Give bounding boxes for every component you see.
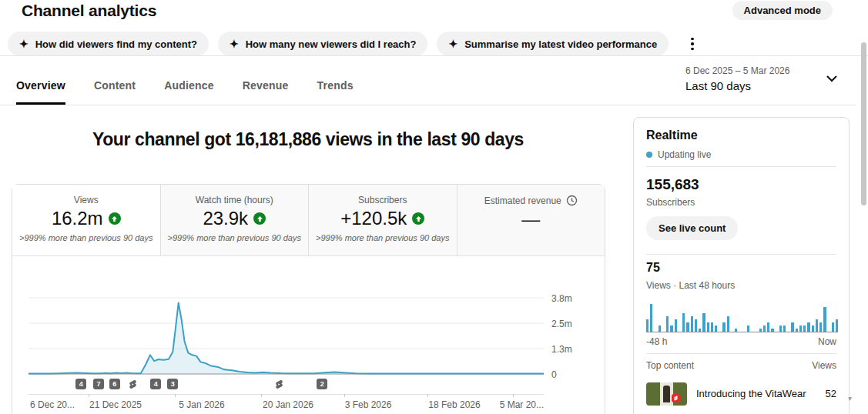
see-live-count-button[interactable]: See live count — [646, 216, 738, 240]
subscribers-label: Subscribers — [646, 197, 695, 208]
realtime-bar — [759, 329, 762, 332]
chip-summarise-performance[interactable]: ✦ Summarise my latest video performance — [437, 32, 669, 56]
x-tick-label: 18 Feb 2026 — [428, 399, 480, 410]
metric-estimated-revenue[interactable]: Estimated revenue — — [457, 185, 605, 255]
views-headline: Your channel got 16,181,886 views in the… — [0, 129, 616, 150]
chip-label: Summarise my latest video performance — [464, 38, 657, 50]
page-title: Channel analytics — [22, 2, 156, 20]
realtime-bar — [686, 322, 689, 332]
sparkle-icon: ✦ — [19, 38, 28, 49]
y-tick-label: 0 — [551, 369, 598, 380]
analytics-tabbar: Overview Content Audience Revenue Trends… — [0, 56, 856, 105]
shorts-publish-marker[interactable] — [274, 379, 285, 389]
realtime-bar — [799, 326, 802, 332]
range-start-label: -48 h — [646, 336, 667, 347]
scroll-down-indicator: ▾ — [848, 394, 852, 402]
x-axis-line — [28, 394, 544, 395]
realtime-bar-chart — [646, 301, 838, 332]
chevron-down-icon[interactable] — [826, 75, 838, 82]
realtime-bar — [702, 313, 705, 332]
realtime-bar — [791, 322, 793, 332]
realtime-bar — [711, 322, 713, 332]
date-range-picker[interactable]: 6 Dec 2025 – 5 Mar 2026 Last 90 days — [685, 65, 789, 92]
sparkle-icon: ✦ — [448, 38, 457, 49]
realtime-bar — [796, 329, 798, 332]
top-content-views-header: Views — [812, 360, 836, 371]
tab-content[interactable]: Content — [94, 79, 136, 105]
x-tick-label: 21 Dec 2025 — [89, 399, 142, 410]
shorts-badge-icon — [672, 394, 680, 402]
video-publish-marker[interactable]: 4 — [75, 379, 86, 389]
realtime-bar — [675, 319, 677, 332]
metric-label: Estimated revenue — [484, 195, 561, 206]
realtime-bar — [803, 326, 806, 332]
metric-subtitle: >999% more than previous 90 days — [309, 233, 457, 242]
video-publish-marker[interactable]: 3 — [167, 379, 178, 389]
tab-audience[interactable]: Audience — [164, 79, 214, 105]
video-publish-marker[interactable]: 6 — [109, 379, 120, 389]
video-thumbnail[interactable] — [646, 382, 687, 406]
updating-live-status: Updating live — [646, 149, 711, 160]
realtime-bar — [691, 316, 693, 332]
x-tick-label: 6 Dec 20... — [30, 399, 75, 410]
x-axis-tick — [513, 394, 514, 397]
x-tick-label: 20 Jan 2026 — [263, 399, 313, 410]
metric-value: +120.5k — [340, 208, 407, 229]
x-axis-tick — [89, 394, 89, 397]
realtime-bar — [816, 319, 818, 332]
realtime-bar — [650, 304, 652, 332]
realtime-title: Realtime — [646, 129, 698, 142]
realtime-bar — [832, 322, 834, 332]
channel-analytics-page: Channel analytics Advanced mode ✦ How di… — [0, 0, 868, 414]
sparkle-icon: ✦ — [230, 38, 239, 49]
realtime-bar — [699, 329, 701, 332]
realtime-bar — [783, 326, 786, 332]
scrollbar-thumb[interactable] — [861, 42, 866, 205]
top-content-item-title[interactable]: Introducing the VitaWear S... — [696, 388, 808, 399]
shorts-publish-marker[interactable] — [128, 379, 139, 389]
tab-revenue[interactable]: Revenue — [243, 79, 289, 105]
ai-suggestion-chips: ✦ How did viewers find my content? ✦ How… — [8, 32, 701, 56]
video-publish-marker[interactable]: 4 — [150, 379, 161, 389]
more-options-icon[interactable] — [684, 35, 701, 52]
tab-trends[interactable]: Trends — [317, 79, 354, 105]
divider — [646, 166, 836, 167]
realtime-bar — [771, 329, 773, 332]
realtime-bar — [722, 322, 725, 332]
chip-how-did-viewers-find[interactable]: ✦ How did viewers find my content? — [8, 32, 209, 56]
realtime-bar — [747, 326, 749, 332]
views-line-chart — [28, 290, 544, 379]
top-content-label: Top content — [646, 360, 694, 371]
tab-overview[interactable]: Overview — [16, 79, 65, 105]
realtime-bar — [682, 313, 685, 332]
y-tick-label: 1.3m — [551, 344, 598, 355]
metric-tabs: Views 16.2m >999% more than previous 90 … — [12, 185, 605, 256]
advanced-mode-button[interactable]: Advanced mode — [732, 1, 833, 20]
metric-views[interactable]: Views 16.2m >999% more than previous 90 … — [12, 185, 160, 255]
realtime-bar — [807, 322, 809, 332]
metric-value: 23.9k — [203, 208, 248, 229]
realtime-bar — [715, 326, 717, 332]
chip-label: How did viewers find my content? — [35, 38, 197, 50]
realtime-bar — [659, 326, 661, 332]
chip-new-viewers-reach[interactable]: ✦ How many new viewers did I reach? — [218, 32, 428, 56]
video-publish-marker[interactable]: 7 — [93, 379, 104, 389]
views-48h-count: 75 — [646, 261, 660, 275]
metric-subscribers[interactable]: Subscribers +120.5k >999% more than prev… — [308, 185, 457, 255]
metric-subtitle: >999% more than previous 90 days — [161, 233, 309, 242]
realtime-card: Realtime Updating live 155,683 Subscribe… — [633, 117, 850, 414]
realtime-bar — [666, 316, 669, 332]
realtime-bar — [767, 322, 769, 332]
x-axis-tick — [427, 394, 428, 397]
metric-watch-time[interactable]: Watch time (hours) 23.9k >999% more than… — [160, 185, 309, 255]
x-tick-label: 5 Mar 20... — [500, 399, 544, 410]
trend-up-icon — [412, 212, 424, 225]
subscriber-count: 155,683 — [646, 176, 699, 193]
clock-icon — [566, 195, 578, 206]
realtime-bar — [823, 307, 826, 332]
views-48h-label: Views · Last 48 hours — [646, 280, 735, 291]
realtime-bar — [727, 316, 729, 332]
realtime-bar — [819, 322, 822, 332]
video-publish-marker[interactable]: 2 — [317, 379, 327, 389]
top-content-item-views: 52 — [826, 388, 836, 399]
